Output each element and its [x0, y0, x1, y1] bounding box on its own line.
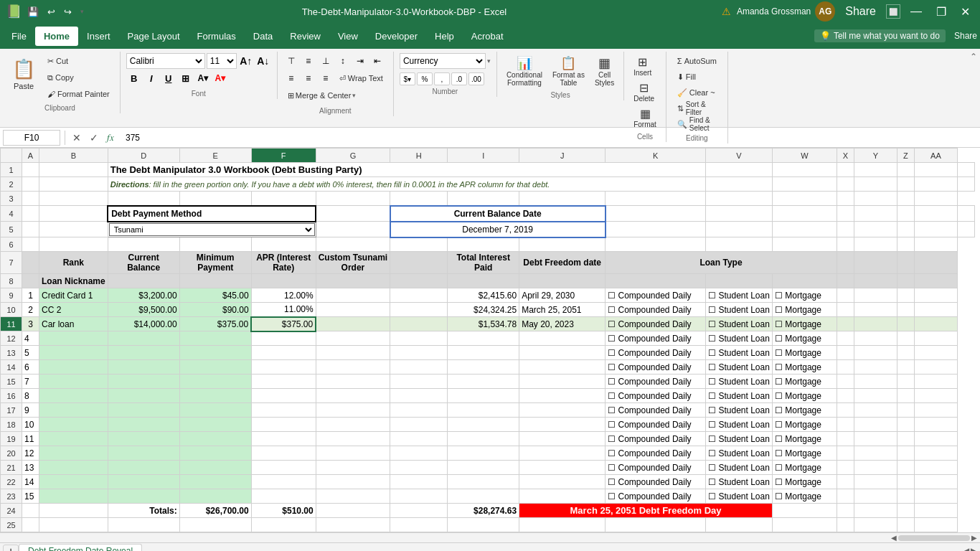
- cell-G18[interactable]: [316, 418, 390, 432]
- cell-K3[interactable]: [606, 192, 706, 206]
- col-header-B[interactable]: B: [39, 149, 108, 163]
- menu-formulas[interactable]: Formulas: [189, 27, 245, 46]
- col-header-I[interactable]: I: [448, 149, 519, 163]
- cell-V10[interactable]: ☐ Student Loan: [706, 303, 773, 317]
- cell-J13[interactable]: [519, 346, 606, 360]
- cell-D2[interactable]: Directions: fill in the green portion on…: [108, 177, 705, 192]
- cell-Z20[interactable]: [897, 446, 914, 461]
- cell-V15[interactable]: ☐ Student Loan: [706, 375, 773, 389]
- merge-dropdown-arrow[interactable]: ▾: [352, 92, 356, 99]
- cell-W19[interactable]: ☐ Mortgage: [772, 432, 837, 446]
- col-header-E[interactable]: E: [179, 149, 251, 163]
- cell-W11[interactable]: ☐ Mortgage: [772, 317, 837, 331]
- cell-V13[interactable]: ☐ Student Loan: [706, 346, 773, 360]
- undo-button[interactable]: ↩: [44, 5, 58, 19]
- col-header-G[interactable]: G: [316, 149, 390, 163]
- cell-D1[interactable]: The Debt Manipulator 3.0 Workbook (Debt …: [108, 163, 705, 177]
- cell-Z21[interactable]: [897, 461, 914, 475]
- cell-A13[interactable]: 5: [22, 346, 39, 360]
- minimize-button[interactable]: —: [906, 5, 926, 18]
- cell-A17[interactable]: 9: [22, 403, 39, 418]
- cell-X4[interactable]: [854, 206, 897, 222]
- cell-J24-freedom-day[interactable]: March 25, 2051 Debt Freedom Day: [519, 504, 773, 518]
- cell-Z23[interactable]: [897, 489, 914, 504]
- cell-H3[interactable]: [390, 192, 448, 206]
- cell-X9[interactable]: [837, 288, 854, 303]
- cell-B19[interactable]: [39, 432, 108, 446]
- cell-D19[interactable]: [108, 432, 179, 446]
- quick-access-dropdown[interactable]: ▾: [77, 6, 87, 17]
- format-button[interactable]: ▦ Format: [630, 105, 660, 131]
- cell-H17[interactable]: [390, 403, 448, 418]
- cell-styles-button[interactable]: ▦ CellStyles: [591, 53, 618, 89]
- align-center-button[interactable]: ≡: [301, 70, 316, 86]
- cell-E9[interactable]: $45.00: [179, 288, 251, 303]
- cell-A25[interactable]: [22, 518, 39, 532]
- cell-J25[interactable]: [519, 518, 606, 532]
- cell-V24[interactable]: [772, 504, 837, 518]
- cell-AA17[interactable]: [914, 403, 957, 418]
- cell-Z3[interactable]: [897, 192, 914, 206]
- cell-J10[interactable]: March 25, 2051: [519, 303, 606, 317]
- cell-K2[interactable]: [706, 177, 773, 192]
- copy-button[interactable]: ⧉ Copy: [43, 70, 114, 85]
- cell-Y12[interactable]: [854, 331, 897, 346]
- cell-AA8[interactable]: [914, 274, 957, 288]
- cell-Z15[interactable]: [897, 375, 914, 389]
- cell-J19[interactable]: [519, 432, 606, 446]
- cell-V23[interactable]: ☐ Student Loan: [706, 489, 773, 504]
- menu-help[interactable]: Help: [426, 27, 463, 46]
- cell-B23[interactable]: [39, 489, 108, 504]
- cell-D24-totals-label[interactable]: Totals:: [108, 504, 179, 518]
- cell-AA21[interactable]: [914, 461, 957, 475]
- cell-H14[interactable]: [390, 360, 448, 375]
- cell-V12[interactable]: ☐ Student Loan: [706, 331, 773, 346]
- cell-Y1[interactable]: [897, 163, 914, 177]
- cell-B4[interactable]: [39, 206, 108, 222]
- cell-X23[interactable]: [837, 489, 854, 504]
- cell-V3[interactable]: [706, 192, 773, 206]
- cell-B20[interactable]: [39, 446, 108, 461]
- cell-Y4[interactable]: [897, 206, 914, 222]
- cell-K15[interactable]: ☐ Compounded Daily: [606, 375, 706, 389]
- sort-filter-button[interactable]: ⇅ Sort &Filter: [672, 100, 711, 116]
- cell-Y13[interactable]: [854, 346, 897, 360]
- cell-H6[interactable]: [390, 237, 448, 252]
- cell-A3[interactable]: [22, 192, 39, 206]
- cell-X16[interactable]: [837, 389, 854, 403]
- col-header-AA[interactable]: AA: [914, 149, 957, 163]
- cell-J15[interactable]: [519, 375, 606, 389]
- number-format-select[interactable]: Currency General Number Percentage: [400, 53, 486, 69]
- cell-F24-totals[interactable]: $510.00: [251, 504, 316, 518]
- cell-W13[interactable]: ☐ Mortgage: [772, 346, 837, 360]
- cell-A4[interactable]: [22, 206, 39, 222]
- cell-X8[interactable]: [837, 274, 854, 288]
- cell-V22[interactable]: ☐ Student Loan: [706, 475, 773, 489]
- clear-button[interactable]: 🧹 Clear ~: [672, 85, 720, 100]
- cell-A2[interactable]: [22, 177, 39, 192]
- cell-Y6[interactable]: [854, 237, 897, 252]
- cell-F13[interactable]: [251, 346, 316, 360]
- menu-review[interactable]: Review: [281, 27, 329, 46]
- cell-G12[interactable]: [316, 331, 390, 346]
- increase-decimal-button[interactable]: .0: [451, 72, 467, 85]
- cell-K9[interactable]: ☐ Compounded Daily: [606, 288, 706, 303]
- underline-button[interactable]: U: [161, 70, 176, 86]
- cell-E14[interactable]: [179, 360, 251, 375]
- cell-A23[interactable]: 15: [22, 489, 39, 504]
- cell-AA3[interactable]: [914, 192, 957, 206]
- cell-F3[interactable]: [251, 192, 316, 206]
- cell-F17[interactable]: [251, 403, 316, 418]
- cell-V21[interactable]: ☐ Student Loan: [706, 461, 773, 475]
- cell-F23[interactable]: [251, 489, 316, 504]
- cell-V18[interactable]: ☐ Student Loan: [706, 418, 773, 432]
- cell-A1[interactable]: [22, 163, 39, 177]
- cell-V25[interactable]: [706, 518, 773, 532]
- bold-button[interactable]: B: [126, 70, 142, 86]
- cell-B2[interactable]: [39, 177, 108, 192]
- cell-E19[interactable]: [179, 432, 251, 446]
- cell-A10[interactable]: 2: [22, 303, 39, 317]
- cell-V1[interactable]: [772, 163, 837, 177]
- col-header-A[interactable]: A: [22, 149, 39, 163]
- cell-Y8[interactable]: [854, 274, 897, 288]
